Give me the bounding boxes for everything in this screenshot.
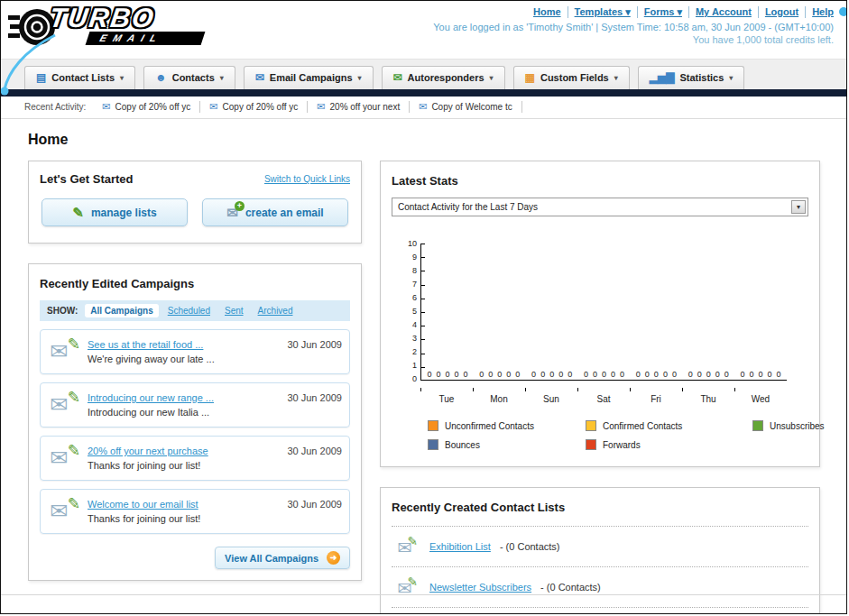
- y-tick-label: 3: [412, 334, 417, 343]
- recent-activity-item[interactable]: ✉ Copy of 20% off yc: [93, 101, 200, 113]
- top-link-templates[interactable]: Templates ▾: [568, 6, 638, 18]
- credits-info: You have 1,000 total credits left.: [433, 34, 834, 45]
- nav-tab-icon: ✉: [393, 73, 402, 82]
- left-column: Let's Get Started Switch to Quick Links …: [28, 161, 362, 601]
- y-tick-label: 6: [412, 293, 417, 302]
- chevron-down-icon: ▾: [729, 74, 733, 82]
- envelope-icon: ✉: [102, 101, 110, 113]
- bar-value-label: 0: [427, 370, 431, 379]
- top-links: Home Templates ▾ Forms ▾ My Account Logo…: [433, 6, 834, 18]
- envelope-icon: ✉: [50, 502, 68, 520]
- campaign-title-link[interactable]: 20% off your next purchase: [88, 446, 280, 456]
- chevron-down-icon: ▾: [490, 74, 494, 82]
- session-info: You are logged in as 'Timothy Smith' | S…: [433, 22, 834, 32]
- contact-list-count: - (0 Contacts): [540, 582, 601, 593]
- campaign-title-link[interactable]: Introducing our new range ...: [88, 392, 280, 403]
- nav-tab-email-campaigns[interactable]: ✉ Email Campaigns ▾: [244, 66, 374, 89]
- top-link-help[interactable]: Help: [806, 6, 834, 18]
- filter-tab-all-campaigns[interactable]: All Campaigns: [85, 304, 158, 317]
- campaign-row[interactable]: ✉ ✎ 20% off your next purchase Thanks fo…: [40, 436, 350, 481]
- envelope-icon: ✉: [50, 343, 68, 361]
- chart-x-labels: TueMonSunSatFriThuWed: [420, 391, 787, 404]
- nav-tab-autoresponders[interactable]: ✉ Autoresponders ▾: [382, 66, 505, 89]
- stats-period-select[interactable]: Contact Activity for the Last 7 Days ▾: [392, 198, 808, 216]
- chevron-down-icon: ▾: [791, 200, 806, 214]
- x-tick-label: Mon: [473, 391, 525, 404]
- bar-value-label: 0: [759, 370, 763, 379]
- campaign-date: 30 Jun 2009: [287, 497, 342, 510]
- envelope-icon: ✉: [209, 101, 217, 113]
- envelope-plus-icon: ✉ +: [226, 205, 238, 221]
- main-nav: ▤ Contact Lists ▾ ☻ Contacts ▾ ✉ Email C…: [1, 59, 846, 89]
- top-link-home[interactable]: Home: [527, 6, 568, 18]
- decorative-dot: [839, 7, 847, 16]
- bar-value-label: 0: [636, 370, 641, 379]
- x-tick-label: Sun: [525, 391, 577, 404]
- logo-title: TURBO: [48, 5, 205, 32]
- top-link-logout[interactable]: Logout: [759, 6, 806, 18]
- legend-item: Forwards: [586, 439, 752, 450]
- manage-lists-button[interactable]: ✎ manage lists: [42, 198, 188, 226]
- recent-activity-item[interactable]: ✉ Copy of 20% off yc: [200, 101, 308, 113]
- bar-value-label: 0: [463, 370, 467, 379]
- bar-value-label: 0: [558, 370, 563, 379]
- view-all-campaigns-button[interactable]: View All Campaigns ➜: [215, 547, 350, 569]
- legend-swatch: [586, 420, 596, 431]
- contact-list-link[interactable]: Exhibition List: [429, 541, 491, 552]
- bar-value-label: 0: [515, 370, 520, 379]
- top-link-my-account[interactable]: My Account: [689, 6, 759, 18]
- footer-divider: [1, 594, 846, 595]
- chart-group: 00000: [682, 244, 734, 380]
- pencil-icon: ✎: [68, 494, 80, 513]
- campaign-title-link[interactable]: Welcome to our email list: [88, 499, 280, 510]
- header: TURBO EMAIL Home Templates ▾ Forms ▾ My …: [1, 1, 846, 59]
- create-email-button[interactable]: ✉ + create an email: [202, 198, 348, 226]
- envelope-icon: ✉: [419, 101, 427, 113]
- recent-activity-item[interactable]: ✉ 20% off your next: [308, 101, 410, 113]
- x-tick-label: Wed: [734, 391, 787, 404]
- switch-quick-links-link[interactable]: Switch to Quick Links: [264, 174, 350, 184]
- campaign-row[interactable]: ✉ ✎ See us at the retail food ... We're …: [40, 329, 350, 374]
- bar-value-label: 0: [724, 370, 729, 379]
- recent-activity-item[interactable]: ✉ Copy of Welcome tc: [410, 101, 522, 113]
- view-all-campaigns-label: View All Campaigns: [225, 553, 318, 564]
- recent-activity-items: ✉ Copy of 20% off yc ✉ Copy of 20% off y…: [93, 101, 521, 113]
- x-tick-label: Tue: [420, 391, 473, 404]
- nav-tab-label: Contacts: [172, 72, 215, 83]
- nav-tab-label: Autoresponders: [408, 72, 484, 83]
- envelope-icon: ✉: [50, 396, 68, 414]
- campaign-row[interactable]: ✉ ✎ Welcome to our email list Thanks for…: [40, 489, 350, 534]
- main-content: Home Let's Get Started Switch to Quick L…: [1, 119, 846, 614]
- chevron-down-icon: ▾: [220, 74, 224, 82]
- app-window: TURBO EMAIL Home Templates ▾ Forms ▾ My …: [0, 0, 847, 614]
- nav-tab-statistics[interactable]: ▂▅▇ Statistics ▾: [638, 66, 745, 89]
- decorative-swoosh: [1, 32, 64, 102]
- contact-list-row[interactable]: ✉ ✎ Exhibition List - (0 Contacts): [392, 527, 808, 567]
- contact-list-row[interactable]: ✉ ✎ Newsletter Subscribers - (0 Contacts…: [392, 567, 808, 608]
- arrow-right-icon: ➜: [327, 551, 340, 565]
- recent-activity-item-label: Copy of 20% off yc: [115, 102, 191, 112]
- campaign-subtitle: Thanks for joining our list!: [88, 513, 280, 524]
- pencil-icon: ✎: [408, 575, 418, 590]
- filter-tab-scheduled[interactable]: Scheduled: [162, 304, 216, 317]
- campaign-title-link[interactable]: See us at the retail food ...: [88, 339, 280, 350]
- nav-tab-contacts[interactable]: ☻ Contacts ▾: [143, 66, 235, 89]
- contact-list-link[interactable]: Newsletter Subscribers: [429, 582, 531, 593]
- filter-tab-archived[interactable]: Archived: [253, 304, 299, 317]
- bar-value-label: 0: [750, 370, 754, 379]
- bar-value-label: 0: [777, 370, 781, 379]
- chevron-down-icon: ▾: [614, 74, 618, 82]
- nav-tab-icon: ✉: [255, 73, 264, 82]
- chart-y-axis: 109876543210: [404, 239, 420, 383]
- nav-tab-custom-fields[interactable]: ▦ Custom Fields ▾: [513, 66, 630, 89]
- campaign-subtitle: Thanks for joining our list!: [88, 460, 280, 471]
- campaign-row[interactable]: ✉ ✎ Introducing our new range ... Introd…: [40, 382, 350, 428]
- legend-label: Bounces: [445, 440, 480, 450]
- bar-value-label: 0: [540, 370, 545, 379]
- legend-swatch: [428, 420, 438, 431]
- chart-group: 00000: [630, 244, 682, 380]
- filter-tab-sent[interactable]: Sent: [219, 304, 249, 317]
- recent-activity-item-label: 20% off your next: [330, 102, 401, 112]
- top-link-forms[interactable]: Forms ▾: [638, 6, 689, 18]
- edit-list-icon: ✉ ✎: [396, 537, 418, 556]
